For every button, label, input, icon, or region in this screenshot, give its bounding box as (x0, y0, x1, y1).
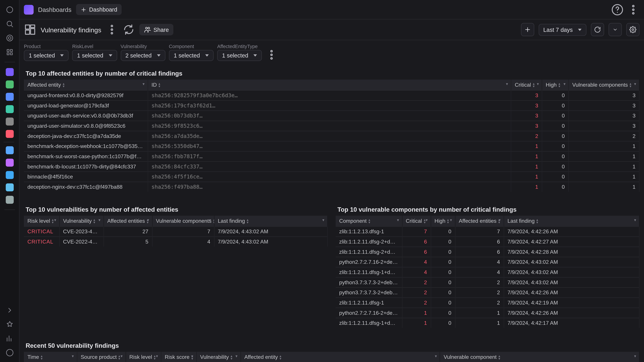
table-row[interactable]: benchmark-sut-worst-case-python:1c1077b@… (24, 151, 639, 162)
sidebar-app-4[interactable] (3, 115, 16, 128)
help-icon[interactable] (611, 3, 624, 16)
add-widget-button[interactable] (521, 23, 534, 36)
table-row[interactable]: unguard-load-generator@179cfa3fsha256:17… (24, 100, 639, 111)
column-header[interactable]: Last finding▴▾ (504, 216, 639, 227)
sidebar-app-3[interactable] (3, 103, 16, 115)
filter-affectedentitytype[interactable]: 1 selected (217, 50, 262, 61)
panel-title: Recent 50 vulnerability findings (24, 337, 640, 352)
svg-point-12 (632, 12, 634, 14)
dashboard-menu-icon[interactable] (106, 23, 118, 36)
new-dashboard-button[interactable]: Dashboard (76, 4, 122, 15)
favorite-icon[interactable] (3, 318, 16, 331)
filter-vulnerability[interactable]: 2 selected (120, 50, 165, 61)
table-row[interactable]: zlib:1:1.2.11.dfsg-2+deb11u26067/9/2024,… (336, 247, 639, 257)
dashboard-title: Vulnerability findings (41, 26, 101, 33)
sidebar-app-11[interactable] (3, 194, 16, 206)
refresh-options-button[interactable] (608, 23, 622, 36)
column-header[interactable]: Risk level▴▾ (126, 352, 161, 362)
table-row[interactable]: binnacle@4f5f16cesha256:4f5f16ce…101 (24, 172, 639, 182)
panel-title: Top 10 affected entities by number of cr… (24, 64, 640, 80)
column-header[interactable]: Affected entity▴▾ (241, 352, 440, 362)
apps-icon[interactable] (3, 46, 16, 58)
share-button[interactable]: Share (139, 24, 173, 35)
table-row[interactable]: CRITICALCVE-2022-48565547/9/2024, 4:43:0… (24, 237, 327, 247)
table-row[interactable]: python3.7:3.7.3-2+deb10u32027/9/2024, 4:… (336, 277, 639, 288)
table-row[interactable]: python3.7:3.7.3-2+deb10u42027/9/2024, 4:… (336, 287, 639, 298)
analytics-icon[interactable] (3, 332, 16, 345)
table-row[interactable]: zlib:1:1.2.11.dfsg-1+deb10u11017/9/2024,… (336, 318, 639, 328)
table-row[interactable]: deception-java-dev:c37fc1c@a7da35desha25… (24, 131, 639, 141)
column-header[interactable]: High▴▾ (542, 80, 568, 90)
sidebar-app-2[interactable] (3, 91, 16, 103)
refresh-button[interactable] (591, 23, 604, 36)
svg-point-22 (632, 29, 634, 30)
column-header[interactable]: Risk score▴▾ (161, 352, 196, 362)
filter-label: Component (169, 44, 214, 49)
dashboard-icon[interactable] (24, 23, 36, 36)
home-icon[interactable] (3, 3, 16, 16)
breadcrumb[interactable]: Dashboards (38, 6, 72, 13)
table-row[interactable]: zlib:1:1.2.11.dfsg-2+deb11u16067/9/2024,… (336, 237, 639, 247)
table-row[interactable]: zlib:1:1.2.11.dfsg-12027/9/2024, 4:42:19… (336, 298, 639, 308)
table-row[interactable]: zlib:1:1.2.11.dfsg-1+deb10u24047/9/2024,… (336, 267, 639, 277)
column-header[interactable]: Time▴▾ (24, 352, 77, 362)
sidebar-app-0[interactable] (3, 66, 16, 78)
dashboard-toolbar: Vulnerability findings Share Last 7 days (20, 19, 644, 40)
filter-product[interactable]: 1 selected (24, 50, 68, 61)
table-row[interactable]: python2.7:2.7.16-2+deb10u14047/9/2024, 4… (336, 257, 639, 267)
table-row[interactable]: CRITICALCVE-2023-458532777/9/2024, 4:43:… (24, 226, 327, 237)
column-header[interactable]: ID▴▾ (148, 80, 511, 90)
svg-point-17 (111, 25, 113, 27)
column-header[interactable]: Critical▴▾ (402, 216, 431, 227)
sidebar-app-10[interactable] (3, 181, 16, 194)
table-row[interactable]: unguard-user-simulator:v0.8.0@9f8523c6sh… (24, 121, 639, 131)
column-header[interactable]: Vulnerable components▴▾ (152, 216, 214, 227)
table-row[interactable]: benchmark-deception-webhook:1c1077b@5350… (24, 141, 639, 151)
sidebar-app-8[interactable] (3, 156, 16, 169)
svg-point-19 (111, 32, 113, 34)
column-header[interactable]: Vulnerability▴▾ (59, 216, 104, 227)
column-header[interactable]: High▴▾ (431, 216, 455, 227)
svg-rect-5 (10, 49, 12, 51)
column-header[interactable]: Source product▴▾ (77, 352, 126, 362)
column-header[interactable]: Risk level▴▾ (24, 216, 59, 227)
column-header[interactable]: Vulnerable components▴▾ (568, 80, 639, 90)
svg-point-0 (6, 7, 12, 13)
svg-point-8 (6, 350, 13, 356)
target-icon[interactable] (3, 32, 16, 44)
svg-point-1 (7, 21, 12, 26)
table-row[interactable]: unguard-frontend:v0.8.0-dirty@9282579fsh… (24, 90, 639, 100)
table-row[interactable]: deception-nginx-dev:c37fc1c@f497ba88sha2… (24, 182, 639, 192)
svg-point-20 (146, 27, 148, 29)
column-header[interactable]: Affected entity▴▾ (24, 80, 148, 90)
settings-button[interactable] (626, 23, 640, 36)
column-header[interactable]: Affected entities▴▾ (455, 216, 504, 227)
sidebar-app-9[interactable] (3, 169, 16, 181)
sidebar-app-5[interactable] (3, 128, 16, 140)
expand-icon[interactable] (3, 304, 16, 317)
table-row[interactable]: python2.7:2.7.16-2+deb10u21017/9/2024, 4… (336, 308, 639, 318)
timeframe-selector[interactable]: Last 7 days (538, 24, 586, 35)
svg-rect-15 (30, 29, 35, 34)
table-row[interactable]: zlib:1:1.2.13.dfsg-17077/9/2024, 4:42:26… (336, 226, 639, 237)
table-row[interactable]: unguard-user-auth-service:v0.8.0@0b73db3… (24, 111, 639, 121)
column-header[interactable]: Component▴▾ (336, 216, 402, 227)
sync-icon[interactable] (122, 23, 135, 36)
column-header[interactable]: Vulnerable component▴▾ (440, 352, 639, 362)
svg-point-25 (271, 58, 272, 59)
sidebar-app-1[interactable] (3, 78, 16, 91)
table-row[interactable]: benchmark-tb-locust:1c1077b-dirty@84cfc3… (24, 162, 639, 172)
column-header[interactable]: Last finding▴▾ (214, 216, 327, 227)
filter-component[interactable]: 1 selected (169, 50, 214, 61)
svg-point-24 (271, 54, 272, 55)
more-icon[interactable] (627, 3, 640, 16)
column-header[interactable]: Critical▴▾ (511, 80, 542, 90)
filter-more-icon[interactable] (266, 49, 278, 61)
search-icon[interactable] (3, 17, 16, 30)
column-header[interactable]: Vulnerability▴▾ (196, 352, 241, 362)
avatar-icon[interactable] (3, 347, 16, 359)
svg-point-2 (6, 35, 12, 41)
filter-risklevel[interactable]: 1 selected (72, 50, 117, 61)
sidebar-app-7[interactable] (3, 144, 16, 157)
column-header[interactable]: Affected entities▴▾ (104, 216, 152, 227)
